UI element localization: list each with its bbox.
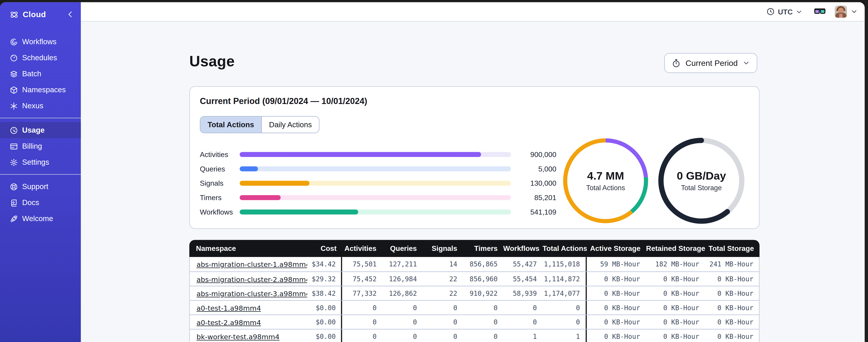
page-title: Usage [189,53,235,70]
bar-row-timers: Timers85,201 [200,190,556,205]
sidebar-divider [0,174,81,175]
sidebar-item-namespaces[interactable]: Namespaces [0,82,81,98]
sidebar-divider [0,118,81,118]
table-row: abs-migration-cluster-3.a98mm4$38.4277,3… [190,286,759,300]
bar-track [240,209,511,214]
bar-value: 130,000 [511,179,556,187]
table-cell: 241 MB-Hour [705,260,759,268]
actions-bar-chart: Activities900,000Queries5,000Signals130,… [200,147,556,219]
sidebar: Cloud WorkflowsSchedulesBatchNamespacesN… [0,2,81,342]
table-cell: 14 [423,260,463,268]
usage-summary-card: Current Period (09/01/2024 — 10/01/2024)… [189,86,760,229]
namespace-link[interactable]: a0-test-1.a98mm4 [196,304,261,312]
sidebar-spacer [0,27,81,34]
user-avatar[interactable] [835,6,847,18]
table-cell: $0.00 [307,315,342,329]
table-cell: 75,452 [342,275,382,283]
column-header-namespace: Namespace [189,244,307,253]
usage-icon [9,126,18,134]
table-cell: 0 KB-Hour [705,275,759,283]
namespaces-icon [9,86,18,94]
sidebar-item-billing[interactable]: Billing [0,138,81,154]
column-header-signals: Signals [423,244,463,253]
sidebar-item-usage[interactable]: Usage [0,122,81,138]
namespace-link[interactable]: a0-test-2.a98mm4 [196,318,261,327]
table-cell: 1,174,077 [542,286,587,300]
sidebar-collapse-icon[interactable] [65,9,75,20]
table-cell: 0 [342,318,382,326]
namespace-link[interactable]: abs-migration-cluster-1.a98mm4 [196,260,307,269]
billing-icon [9,142,18,150]
table-cell: $38.42 [307,286,342,300]
table-cell: 58,939 [503,289,542,297]
feedback-glasses-icon[interactable] [814,7,826,16]
screen: Cloud WorkflowsSchedulesBatchNamespacesN… [0,0,868,342]
settings-icon [9,158,18,167]
bar-label: Queries [200,165,240,173]
namespace-link[interactable]: abs-migration-cluster-2.a98mm4 [196,275,307,283]
sidebar-item-support[interactable]: Support [0,178,81,195]
table-cell: 182 MB-Hour [646,260,705,268]
sidebar-logo-label: Cloud [23,10,65,19]
namespace-link[interactable]: abs-migration-cluster-3.a98mm4 [196,289,307,298]
table-cell: 0 KB-Hour [705,304,759,311]
namespace-link[interactable]: bk-worker-test.a98mm4 [196,333,279,341]
table-row: abs-migration-cluster-1.a98mm4$34.4275,5… [190,257,759,271]
bar-fill [240,166,258,171]
period-selector-button[interactable]: Current Period [664,53,757,73]
timezone-selector[interactable]: UTC [766,7,803,16]
clock-icon [766,7,775,16]
table-cell: 1,114,872 [542,272,587,286]
bar-row-workflows: Workflows541,109 [200,205,556,219]
bar-track [240,166,511,171]
chevron-down-icon [742,59,750,67]
column-header-active-storage: Active Storage [587,244,646,253]
timezone-label: UTC [778,7,793,16]
workflows-icon [9,37,18,46]
tab-total-actions[interactable]: Total Actions [200,116,262,133]
bar-fill [240,152,481,157]
bar-track [240,180,511,185]
app-window: Cloud WorkflowsSchedulesBatchNamespacesN… [0,2,865,342]
donut-value: 0 GB/Day [677,170,726,182]
sidebar-logo-row[interactable]: Cloud [0,2,81,27]
account-menu-chevron-icon[interactable] [850,8,858,15]
table-cell: 0 KB-Hour [646,289,705,297]
stopwatch-icon [672,59,681,68]
table-cell: 0 [423,304,463,311]
column-header-activities: Activities [342,244,382,253]
table-cell: 0 [503,318,542,326]
table-cell: 59 MB-Hour [587,260,646,268]
bar-value: 85,201 [511,193,556,201]
table-cell: $0.00 [307,301,342,314]
column-header-cost: Cost [307,244,342,253]
table-cell: 0 [423,318,463,326]
table-cell: 0 KB-Hour [705,318,759,326]
donut-sublabel: Total Actions [586,184,625,192]
sidebar-item-batch[interactable]: Batch [0,66,81,82]
sidebar-item-label: Settings [22,158,49,167]
screen-edge-top [0,0,868,2]
table-cell: 0 [382,318,423,326]
table-cell: 75,501 [342,260,382,268]
table-cell: 55,427 [503,260,542,268]
table-cell: 0 [542,301,587,314]
tab-daily-actions[interactable]: Daily Actions [262,116,319,133]
table-row: bk-worker-test.a98mm4$0.000000110 KB-Hou… [190,329,759,342]
sidebar-item-settings[interactable]: Settings [0,154,81,170]
table-cell: 0 [463,333,503,340]
sidebar-item-schedules[interactable]: Schedules [0,50,81,66]
bar-row-signals: Signals130,000 [200,176,556,190]
bar-fill [240,180,310,185]
sidebar-item-label: Namespaces [22,86,66,94]
sidebar-item-workflows[interactable]: Workflows [0,34,81,49]
table-cell: 0 KB-Hour [705,289,759,297]
sidebar-item-welcome[interactable]: Welcome [0,211,81,227]
bar-label: Activities [200,150,240,158]
sidebar-item-docs[interactable]: Docs [0,195,81,210]
column-header-total-storage: Total Storage [705,244,760,253]
sidebar-item-nexus[interactable]: Nexus [0,98,81,114]
table-cell: 0 [382,304,423,311]
column-header-total-actions: Total Actions [542,244,587,253]
table-cell: $29.32 [307,272,342,286]
